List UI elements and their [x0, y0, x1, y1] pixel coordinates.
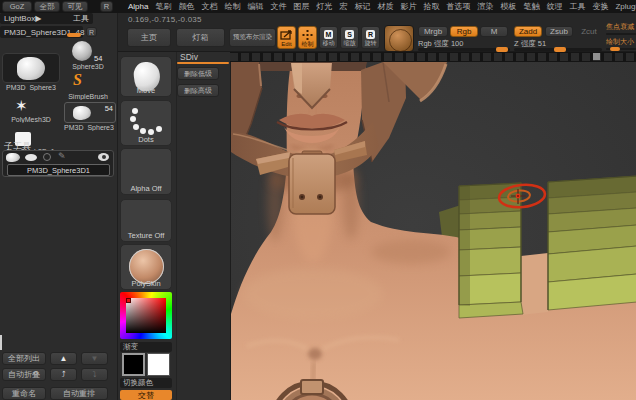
mrgb-button[interactable]: Mrgb [418, 26, 448, 37]
menu-item[interactable]: 工具 [569, 1, 585, 12]
edit-button[interactable]: Edit [277, 26, 296, 49]
color-picker[interactable] [120, 292, 172, 339]
zadd-button[interactable]: Zadd [514, 26, 542, 37]
menu-item[interactable]: 灯光 [316, 1, 332, 12]
goz-button[interactable]: GoZ [2, 1, 32, 12]
polymesh3d-star-icon[interactable]: ✶ [15, 97, 28, 115]
auto-reorder-button[interactable]: 自动重排 [50, 387, 108, 400]
focal-shift-slider[interactable]: 焦点衰减 [606, 22, 636, 35]
slider-handle[interactable] [610, 47, 620, 51]
auto-collapse-button[interactable]: 自动折叠 [2, 368, 46, 381]
alpha-selector[interactable]: Alpha Off [120, 148, 172, 195]
menu-item[interactable]: 首选项 [446, 1, 470, 12]
sdiv-slider[interactable] [177, 62, 229, 64]
rgb-button[interactable]: Rgb [450, 26, 478, 37]
sculpt-icon[interactable] [43, 153, 51, 161]
draw-size-slider[interactable]: 绘制大小 [606, 37, 636, 50]
sdiv-label: SDiv [180, 52, 198, 62]
m-button[interactable]: M [480, 26, 508, 37]
lightbox-button[interactable]: 灯箱 [176, 28, 225, 47]
menu-item[interactable]: Alpha [128, 2, 148, 11]
current-tool-slider[interactable]: PM3D_Sphere3D1. 48 [0, 26, 83, 38]
menu-item[interactable]: 材质 [377, 1, 393, 12]
tool-palette-title: 工具 [73, 13, 89, 24]
r-button[interactable]: R [100, 1, 113, 12]
subtool-name[interactable]: PM3D_Sphere3D1 [7, 164, 110, 176]
menubar: GoZ 全部 可见 R Alpha笔刷颜色文档绘制编辑文件图层灯光宏标记材质影片… [0, 0, 636, 13]
menu-item[interactable]: 模板 [500, 1, 516, 12]
slider-track[interactable] [606, 33, 636, 35]
menu-item[interactable]: 文档 [201, 1, 217, 12]
menu-item[interactable]: Zplugin [615, 2, 636, 11]
current-material-thumbnail[interactable] [384, 25, 414, 52]
menu-item[interactable]: 渲染 [477, 1, 493, 12]
visibility-eye-icon[interactable] [98, 153, 109, 161]
switch-color-button[interactable]: 切换颜色 [120, 378, 172, 388]
rotate-button[interactable]: R 旋转 [361, 26, 380, 49]
menu-item[interactable]: 标记 [354, 1, 370, 12]
move-button[interactable]: M 移动 [319, 26, 338, 49]
sphere3d-label: Sphere3D [60, 63, 116, 70]
subtool-item[interactable]: ✎ PM3D_Sphere3D1 [2, 150, 114, 177]
active-tool-thumbnail[interactable] [2, 53, 60, 83]
divider-handle[interactable] [593, 53, 600, 60]
tool-blob-icon [17, 57, 45, 80]
menu-item[interactable]: 文件 [270, 1, 286, 12]
menu-item[interactable]: 编辑 [247, 1, 263, 12]
material-selector[interactable]: PolySkin [120, 244, 172, 290]
viewport-3d[interactable] [230, 62, 636, 400]
restore-button[interactable]: R [86, 27, 97, 37]
subtool-up-button[interactable] [50, 352, 77, 365]
all-button[interactable]: 全部 [34, 1, 60, 12]
zcut-button[interactable]: Zcut [576, 26, 602, 37]
tool-slider-handle[interactable] [67, 33, 81, 37]
stroke-label: Dots [121, 135, 171, 144]
rename-button[interactable]: 重命名 [2, 387, 46, 400]
menu-item[interactable]: 笔刷 [155, 1, 171, 12]
tray-divider-strip[interactable] [230, 52, 636, 62]
chin-plate [289, 154, 335, 214]
recent-tool-thumbnail[interactable]: 54 [64, 102, 116, 123]
main-color-swatch[interactable] [122, 353, 145, 376]
move-up-arrow-button[interactable]: ⤴ [50, 368, 77, 381]
rgb-intensity-slider[interactable]: Rgb 强度 100 [418, 39, 510, 51]
texture-selector[interactable]: Texture Off [120, 199, 172, 242]
home-button[interactable]: 主页 [127, 28, 171, 47]
pen-icon[interactable]: ✎ [58, 151, 66, 161]
saturation-square[interactable] [126, 298, 166, 333]
menu-item[interactable]: 绘制 [224, 1, 240, 12]
menu-item[interactable]: 拾取 [423, 1, 439, 12]
boolean-mesh[interactable] [459, 176, 636, 318]
gradient-button[interactable]: 渐变 [120, 342, 172, 352]
menu-item[interactable]: 宏 [339, 1, 347, 12]
alpha-label: Alpha Off [121, 184, 171, 193]
del-lower-button[interactable]: 删除低级 [177, 67, 219, 80]
z-intensity-slider[interactable]: Z 强度 51 [514, 39, 602, 51]
menu-item[interactable]: 影片 [400, 1, 416, 12]
subtool-down-button[interactable] [81, 352, 108, 365]
simplebrush-icon[interactable]: S [73, 71, 82, 89]
slider-track[interactable] [606, 48, 636, 50]
secondary-color-swatch[interactable] [147, 353, 170, 376]
lightbox-toggle[interactable]: LightBox▶ [4, 14, 41, 23]
sphere3d-icon[interactable] [72, 41, 92, 61]
live-boolean-button[interactable]: 预览布尔渲染 [229, 28, 276, 47]
zsub-button[interactable]: Zsub [545, 26, 573, 37]
list-all-button[interactable]: 全部列出 [2, 352, 46, 365]
alternate-button[interactable]: 交替 [120, 390, 172, 400]
stroke-selector[interactable]: Dots [120, 100, 172, 146]
menu-item[interactable]: 纹理 [546, 1, 562, 12]
paint-icon[interactable] [25, 154, 37, 161]
recent-tool-label: PM3D_Sphere3 [60, 124, 118, 131]
lightbox-tool-bar[interactable]: LightBox▶ 工具 [0, 13, 93, 24]
del-higher-button[interactable]: 删除高级 [177, 84, 219, 97]
brush-selector[interactable]: Move [120, 56, 172, 97]
scale-button[interactable]: S 缩放 [340, 26, 359, 49]
menu-item[interactable]: 变换 [592, 1, 608, 12]
draw-button[interactable]: 绘制 [298, 26, 317, 49]
move-down-arrow-button[interactable]: ⤵ [81, 368, 108, 381]
visible-button[interactable]: 可见 [62, 1, 88, 12]
menu-item[interactable]: 颜色 [178, 1, 194, 12]
menu-item[interactable]: 图层 [293, 1, 309, 12]
menu-item[interactable]: 笔触 [523, 1, 539, 12]
